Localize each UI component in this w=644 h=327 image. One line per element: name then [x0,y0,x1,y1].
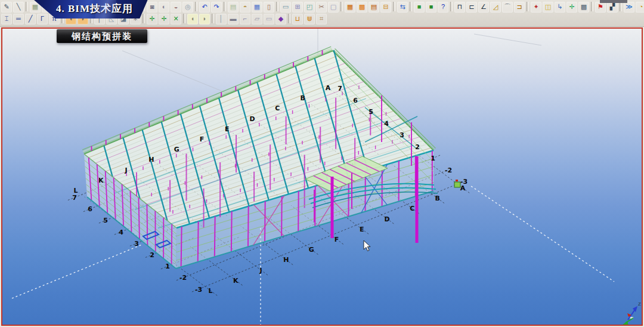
toolbar-separator [410,2,412,11]
mouse-cursor [364,240,370,251]
toolbar-separator [620,2,622,11]
mesh-rebar-icon[interactable]: ⌗ [316,14,327,24]
grid-label: 2 [415,143,420,151]
grid-label: 4 [119,229,123,236]
part-item-icon[interactable]: ◆ [275,14,286,24]
toolbar-separator [527,2,529,11]
lifting-tool-icon[interactable]: ▞ [607,2,618,13]
toolbar-separator [288,14,290,23]
window-new-icon[interactable]: ⊞ [292,2,303,13]
part-beam-icon[interactable]: ▬ [228,14,239,24]
toolbar-row-2: ⌶═╱Γπ◖◗│◺◪∗✛✛✕◖◗│▬⌐▱▭◆⊔⋓⌗ [1,14,328,24]
copy-xyz-icon[interactable]: ✛ [159,14,169,24]
report-3-icon[interactable]: ▤ [369,2,379,13]
representation-icon[interactable]: ◐ [159,2,169,13]
ucs-axis-gizmo: Z [622,301,641,325]
steel-structure-model [82,47,438,269]
hatch-page-icon[interactable]: ▩ [578,2,589,13]
grid-label: 7 [72,194,77,202]
paste-area-icon[interactable]: ▢ [328,2,339,13]
cut-icon[interactable]: ✂ [316,2,327,13]
component-a-icon[interactable]: ■ [414,2,425,13]
grid-label: 2 [150,251,154,259]
draw-line-icon[interactable]: ✎ [1,2,12,13]
measure-angle-icon[interactable]: ∠ [478,2,489,13]
toolbar-separator [183,14,185,23]
toolbar-separator [224,2,226,11]
grid-label: E [225,125,230,133]
z-axis-label: Z [638,301,641,307]
window-split-icon[interactable]: ◰ [304,2,315,13]
move-xyz-icon[interactable]: ✛ [147,14,157,24]
create-column-icon[interactable]: ⌶ [1,14,12,24]
scale-x-icon[interactable]: ✕ [171,14,181,24]
measure-tri-icon[interactable]: ◿ [490,2,501,13]
report-4-icon[interactable]: ⊟ [380,2,391,13]
fast-forward-icon[interactable]: ≫ [624,2,634,13]
freehand-line-icon[interactable]: ╲ [13,2,24,13]
part-panel-icon[interactable]: ▭ [264,14,274,24]
grid-label: 3 [134,240,139,248]
banner-title: 4. BIM技术应用 [56,2,133,16]
measure-x-icon[interactable]: ⊓ [454,2,465,13]
workpoint-marker[interactable] [454,180,460,187]
new-document-icon[interactable]: ▤ [228,2,239,13]
caption-label: 钢结构预拼装 [57,29,147,43]
object-props-icon[interactable]: ◒ [171,2,181,13]
grid-label: J [259,267,262,274]
grid-label: H [148,156,154,164]
chamfer-a-icon[interactable]: ◖ [187,14,198,24]
grid-label: E [360,226,364,233]
help-icon[interactable]: ? [438,2,448,13]
part-column-icon[interactable]: │ [216,14,227,24]
create-beam-icon[interactable]: ═ [13,14,24,24]
measure-arc-icon[interactable]: ⌒ [502,2,513,13]
toolbar-separator [340,2,343,11]
grid-label: G [309,246,314,254]
grid-label: B [435,195,440,202]
grid-label: C [410,205,414,212]
grid-label: K [233,277,239,285]
pin-point-icon[interactable]: ✦ [531,2,541,13]
swap-arrows-icon[interactable]: ⇆ [397,2,408,13]
redo-icon[interactable]: ↷ [211,2,222,13]
grid-label: J [125,166,128,174]
display-options-icon[interactable]: ◙ [147,2,157,13]
clone-object-icon[interactable]: ◫ [543,2,553,13]
model-canvas: LLKKJJHHGGFFEEDDCCBBAA77665544332211-2-2… [1,27,643,326]
chamfer-b-icon[interactable]: ◗ [199,14,210,24]
create-polybeam-icon[interactable]: ╱ [25,14,36,24]
bolt-group-icon[interactable]: ⋓ [304,14,315,24]
grid-label: F [200,135,205,143]
exit-door-icon[interactable]: ▯ [264,2,274,13]
flag-check-icon[interactable]: ⚑ [595,2,606,13]
report-1-icon[interactable]: ▦ [345,2,355,13]
create-bent-icon[interactable]: Γ [37,14,48,24]
toolbar-separator [276,2,278,11]
grid-label: 6 [88,205,92,213]
export-folder-icon[interactable]: ◔ [636,2,644,13]
pick-arrow-icon[interactable]: ↳ [555,2,565,13]
grid-label: H [283,256,289,264]
window-basic-icon[interactable]: ▭ [280,2,291,13]
part-slab-icon[interactable]: ▱ [252,14,262,24]
measure-y-icon[interactable]: ⊏ [466,2,477,13]
measure-bolt-icon[interactable]: ⊐ [514,2,525,13]
report-2-icon[interactable]: ▩ [357,2,367,13]
grid-label: 3 [400,131,404,139]
grid-label: F [335,236,339,243]
window-titlebar-fragment [600,0,627,3]
part-polybeam-icon[interactable]: ⌐ [240,14,250,24]
model-viewport[interactable]: LLKKJJHHGGFFEEDDCCBBAA77665544332211-2-2… [1,27,643,326]
toolbar-separator [393,2,395,11]
grid-label: 7 [338,85,342,92]
clip-view-icon[interactable]: ◎ [182,2,193,13]
undo-icon[interactable]: ↶ [199,2,210,13]
toolbar-separator [591,2,593,11]
save-model-icon[interactable]: ▦ [252,2,262,13]
grid-label: 5 [103,217,108,224]
add-green-icon[interactable]: ✛ [566,2,577,13]
bolt-u-icon[interactable]: ⊔ [292,14,303,24]
open-model-icon[interactable]: ◓ [240,2,250,13]
component-b-icon[interactable]: ■ [426,2,436,13]
